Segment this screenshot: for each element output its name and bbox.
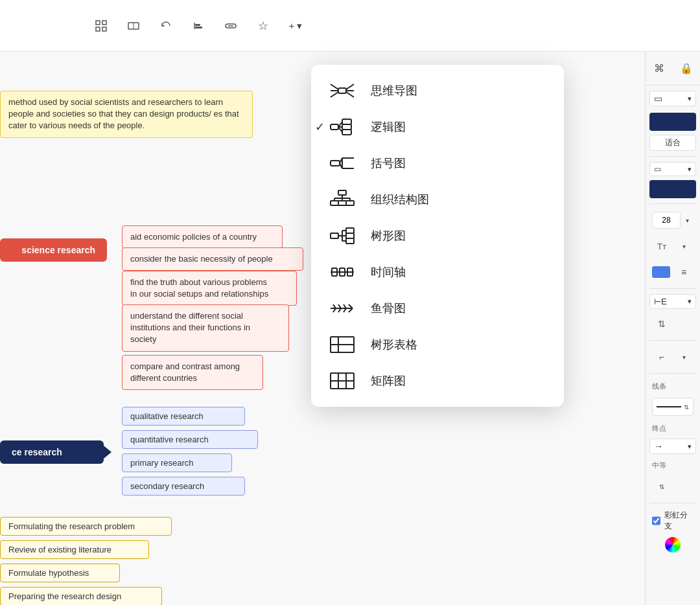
svg-rect-3 — [102, 27, 106, 31]
yellow-node-3[interactable]: Formulate hypothesis — [0, 564, 120, 582]
svg-rect-25 — [331, 124, 338, 130]
minus-icon[interactable] — [220, 16, 241, 36]
menu-item-bracket-map[interactable]: 括号图 — [311, 145, 564, 181]
rainbow-row: 彩虹分支 — [649, 508, 696, 533]
svg-rect-0 — [96, 21, 100, 25]
blue-node-2[interactable]: quantitative research — [122, 430, 258, 449]
menu-item-logic-map[interactable]: ✓ 逻辑图 — [311, 109, 564, 145]
secondary-color-block[interactable] — [649, 180, 696, 198]
svg-rect-31 — [342, 130, 351, 135]
divider-4 — [649, 340, 696, 341]
red-node-4[interactable]: understand the different socialinstituti… — [122, 304, 289, 352]
connector-row: ⌐ ▾ — [649, 346, 696, 368]
tree-map-icon — [327, 224, 358, 247]
checkmark-icon: ✓ — [315, 120, 325, 134]
menu-label-tree-map: 树形图 — [371, 228, 406, 244]
divider-5 — [649, 373, 696, 374]
text-type-row: Tт ▾ — [649, 235, 696, 257]
text-format-icon[interactable]: Tт — [652, 236, 671, 256]
cmd-icon[interactable]: ⌘ — [649, 59, 669, 78]
blue-node-4[interactable]: secondary research — [122, 477, 245, 496]
yellow-node-1[interactable]: Formulating the research problem — [0, 517, 172, 536]
endpoint-label: 终点 — [652, 424, 666, 433]
menu-item-timeline[interactable]: 时间轴 — [311, 254, 564, 290]
menu-label-org-chart: 组织结构图 — [371, 192, 429, 207]
ce-research-node[interactable]: ce research — [0, 440, 104, 464]
fishbone-icon — [327, 297, 358, 320]
red-node-3[interactable]: find the truth about various problemsin … — [122, 271, 297, 306]
svg-rect-44 — [331, 201, 338, 205]
svg-rect-30 — [342, 124, 351, 130]
svg-rect-18 — [338, 88, 346, 93]
right-panel-header: ⌘ 🔒 — [645, 52, 700, 86]
weight-label: 中等 — [652, 461, 666, 470]
connector-chevron[interactable]: ▾ — [674, 347, 694, 367]
divider-1 — [649, 156, 696, 157]
align-icon[interactable]: ≡ — [674, 262, 694, 282]
menu-item-tree-map[interactable]: 树形图 — [311, 218, 564, 254]
divider-6 — [649, 503, 696, 503]
science-research-node[interactable]: science research — [0, 238, 107, 262]
menu-label-bracket-map: 括号图 — [371, 155, 406, 171]
weight-row: ⇅ — [649, 475, 696, 497]
text-format-chevron[interactable]: ▾ — [674, 236, 694, 256]
menu-label-tree-table: 树形表格 — [371, 337, 417, 352]
svg-rect-1 — [102, 21, 106, 25]
svg-line-22 — [346, 84, 354, 89]
menu-label-timeline: 时间轴 — [371, 264, 406, 280]
menu-item-org-chart[interactable]: 组织结构图 — [311, 181, 564, 218]
fit-button[interactable]: 适合 — [649, 135, 696, 151]
frame-icon[interactable] — [91, 16, 111, 36]
font-size-input[interactable]: 28 — [652, 212, 681, 229]
blue-node-1[interactable]: qualitative research — [122, 407, 245, 426]
logic-map-icon — [327, 115, 358, 139]
diagram-type-menu: 思维导图 ✓ 逻辑图 — [311, 65, 564, 407]
connector-icon[interactable]: ⌐ — [652, 347, 671, 367]
org-chart-icon — [327, 188, 358, 211]
logic-icon-dropdown[interactable]: ⊢E ▾ — [649, 294, 696, 309]
undo-icon[interactable] — [156, 16, 176, 36]
rainbow-checkbox[interactable] — [652, 516, 660, 525]
menu-item-tree-table[interactable]: 树形表格 — [311, 326, 564, 363]
menu-item-fishbone[interactable]: 鱼骨图 — [311, 290, 564, 326]
menu-item-mind-map[interactable]: 思维导图 — [311, 73, 564, 109]
line-area: ⇅ — [649, 396, 696, 417]
svg-line-24 — [346, 92, 354, 97]
divider-3 — [649, 288, 696, 289]
svg-rect-46 — [346, 201, 354, 205]
line-chevron: ⇅ — [684, 404, 689, 411]
primary-color-block[interactable] — [649, 113, 696, 131]
weight-chevron[interactable]: ⇅ — [652, 477, 671, 496]
divider-2 — [649, 203, 696, 204]
line-display[interactable]: ⇅ — [652, 398, 694, 416]
svg-rect-38 — [338, 190, 346, 195]
yellow-node-4[interactable]: Preparing the research design — [0, 587, 162, 605]
blue-node-3[interactable]: primary research — [122, 453, 232, 472]
star-icon[interactable]: ☆ — [253, 16, 274, 36]
yellow-node-2[interactable]: Review of existing literature — [0, 540, 149, 559]
red-node-1[interactable]: aid economic policies of a country — [122, 225, 283, 249]
svg-rect-32 — [331, 161, 340, 166]
align-row: ≡ — [649, 261, 696, 283]
description-node: method used by social scientists and res… — [0, 91, 253, 138]
svg-line-19 — [331, 84, 338, 89]
lock-icon[interactable]: 🔒 — [677, 59, 696, 78]
mind-map-icon — [327, 79, 358, 102]
color-circle[interactable] — [665, 537, 681, 553]
accent-block — [652, 266, 670, 278]
font-size-row: 28 ▾ — [649, 209, 696, 231]
align-icon[interactable] — [188, 16, 209, 36]
font-size-chevron[interactable]: ▾ — [681, 211, 694, 230]
arrow-dropdown[interactable]: → ▾ — [649, 439, 696, 454]
rectangle-icon[interactable] — [123, 16, 144, 36]
svg-rect-47 — [331, 233, 338, 238]
plus-more-icon[interactable]: + ▾ — [285, 16, 306, 36]
menu-item-matrix[interactable]: 矩阵图 — [311, 363, 564, 399]
layout-dropdown[interactable]: ▭ ▾ — [649, 91, 696, 106]
svg-rect-29 — [342, 119, 351, 124]
red-node-2[interactable]: consider the basic necessity of people — [122, 247, 303, 271]
shape-dropdown[interactable]: ▭ ▾ — [649, 162, 696, 176]
svg-rect-54 — [346, 233, 354, 238]
red-node-5[interactable]: compare and contrast amongdifferent coun… — [122, 355, 263, 390]
up-arrow-icon[interactable]: ⇅ — [652, 314, 671, 334]
